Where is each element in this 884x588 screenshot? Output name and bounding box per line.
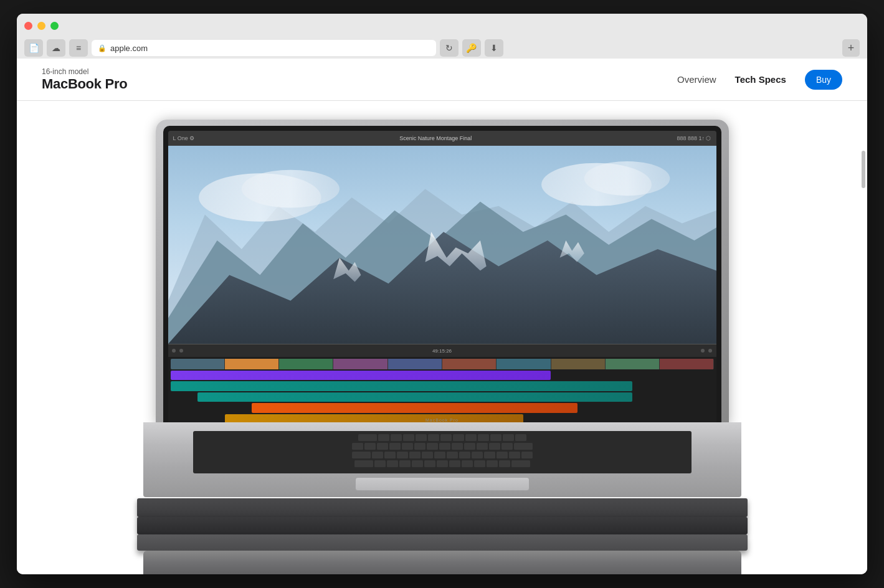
filmstrip-2 xyxy=(225,359,278,369)
page-icon[interactable]: 📄 xyxy=(24,39,43,57)
timeline-timecode: 49:15:26 xyxy=(432,348,452,354)
reload-button[interactable]: ↻ xyxy=(440,39,459,57)
track-teal-2 xyxy=(197,392,632,402)
scrollbar-thumb[interactable] xyxy=(862,151,865,188)
nav-tech-specs[interactable]: Tech Specs xyxy=(735,74,786,85)
key-f xyxy=(412,460,423,467)
key-p xyxy=(484,452,495,458)
key-f11 xyxy=(503,434,514,441)
filmstrip-8 xyxy=(551,359,605,369)
menu-icon[interactable]: ≡ xyxy=(69,39,88,57)
key-icon[interactable]: 🔑 xyxy=(462,39,481,57)
fcp-topbar-left: L One ⚙ xyxy=(173,135,195,141)
key-f9 xyxy=(478,434,489,441)
filmstrip-10 xyxy=(660,359,713,369)
svg-point-8 xyxy=(241,170,339,208)
page-content: 16-inch model MacBook Pro Overview Tech … xyxy=(17,59,867,574)
key-equals xyxy=(501,443,513,450)
maximize-button[interactable] xyxy=(50,22,59,30)
key-delete xyxy=(514,443,533,450)
key-f5 xyxy=(428,434,439,441)
key-j xyxy=(449,460,460,467)
key-s xyxy=(387,460,398,467)
key-esc xyxy=(358,434,377,441)
filmstrip-6 xyxy=(442,359,496,369)
filmstrip-5 xyxy=(388,359,442,369)
key-minus xyxy=(489,443,500,450)
fcp-preview xyxy=(168,146,716,344)
key-tab xyxy=(352,452,371,458)
fcp-topbar: L One ⚙ Scenic Nature Montage Final 888 … xyxy=(168,131,716,146)
key-d xyxy=(399,460,411,467)
key-1 xyxy=(364,443,376,450)
timeline-dot-1 xyxy=(172,349,176,353)
key-f1 xyxy=(378,434,389,441)
minimize-button[interactable] xyxy=(37,22,45,30)
new-tab-button[interactable]: + xyxy=(842,39,860,57)
keyboard-row-2 xyxy=(198,443,687,450)
filmstrip-7 xyxy=(497,359,550,369)
address-bar[interactable]: 🔒 apple.com xyxy=(92,40,436,56)
key-7 xyxy=(439,443,450,450)
key-4 xyxy=(402,443,413,450)
macbook-layer-1 xyxy=(137,498,748,517)
fcp-title: Scenic Nature Montage Final xyxy=(202,135,669,141)
key-w xyxy=(384,452,396,458)
track-teal-1 xyxy=(171,381,632,391)
key-quote xyxy=(499,460,510,467)
key-f12 xyxy=(515,434,526,441)
timeline-dot-2 xyxy=(179,349,183,353)
macbook-illustration: L One ⚙ Scenic Nature Montage Final 888 … xyxy=(137,120,748,556)
nav-links: Overview Tech Specs Buy xyxy=(677,70,842,90)
screen-display: L One ⚙ Scenic Nature Montage Final 888 … xyxy=(168,131,716,425)
mbp-screen-label: MacBook Pro xyxy=(425,418,459,422)
key-q xyxy=(372,452,383,458)
key-l xyxy=(474,460,485,467)
fcp-interface: L One ⚙ Scenic Nature Montage Final 888 … xyxy=(168,131,716,425)
key-r xyxy=(409,452,421,458)
fcp-topbar-right: 888 888 1↑ ⬡ xyxy=(677,135,711,141)
cloud-icon[interactable]: ☁ xyxy=(47,39,65,57)
key-2 xyxy=(377,443,388,450)
mountain-landscape xyxy=(168,146,716,344)
key-backslash xyxy=(521,452,533,458)
macbook-layer-3 xyxy=(137,534,748,551)
close-button[interactable] xyxy=(24,22,32,30)
scrollbar[interactable] xyxy=(860,101,867,574)
track-purple xyxy=(171,371,551,380)
key-caps xyxy=(354,460,373,467)
key-return xyxy=(511,460,530,467)
buy-button[interactable]: Buy xyxy=(805,70,842,90)
key-h xyxy=(437,460,448,467)
site-header: 16-inch model MacBook Pro Overview Tech … xyxy=(17,59,867,101)
key-6 xyxy=(427,443,438,450)
key-u xyxy=(447,452,458,458)
filmstrip-3 xyxy=(279,359,333,369)
macbook-trackpad[interactable] xyxy=(355,477,530,491)
macbook-container: L One ⚙ Scenic Nature Montage Final 888 … xyxy=(17,101,867,574)
timeline-dot-4 xyxy=(708,349,712,353)
nav-overview[interactable]: Overview xyxy=(677,74,716,85)
fcp-timeline: 49:15:26 xyxy=(168,344,716,425)
key-f6 xyxy=(440,434,452,441)
key-e xyxy=(397,452,408,458)
product-name: MacBook Pro xyxy=(42,76,127,92)
product-info: 16-inch model MacBook Pro xyxy=(42,67,127,92)
key-f8 xyxy=(465,434,477,441)
key-f3 xyxy=(403,434,414,441)
macbook-screen-bezel: L One ⚙ Scenic Nature Montage Final 888 … xyxy=(163,126,721,425)
key-3 xyxy=(389,443,401,450)
key-f4 xyxy=(416,434,427,441)
filmstrip-9 xyxy=(606,359,659,369)
keyboard-rows xyxy=(193,431,692,470)
key-f10 xyxy=(490,434,501,441)
key-i xyxy=(459,452,470,458)
key-g xyxy=(424,460,435,467)
timeline-dot-3 xyxy=(701,349,705,353)
key-lbracket xyxy=(497,452,508,458)
download-icon[interactable]: ⬇ xyxy=(485,39,503,57)
url-text: apple.com xyxy=(110,44,148,53)
keyboard-row-1 xyxy=(198,434,687,441)
macbook-bottom-chassis xyxy=(143,551,741,574)
timeline-toolbar: 49:15:26 xyxy=(168,344,716,357)
